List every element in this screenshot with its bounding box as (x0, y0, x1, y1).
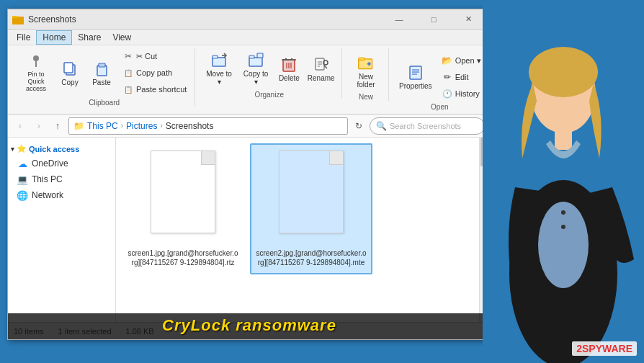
delete-label: Delete (279, 74, 300, 82)
copy-to-icon (247, 51, 264, 68)
move-icon (210, 51, 228, 68)
open-icon: 📂 (442, 55, 453, 66)
history-label: History (455, 89, 480, 98)
sidebar-onedrive[interactable]: ☁ OneDrive (8, 156, 115, 171)
window-controls: — □ ✕ (383, 9, 485, 30)
forward-button[interactable]: › (31, 118, 47, 134)
svg-rect-40 (555, 128, 572, 150)
path-this-pc[interactable]: This PC (87, 121, 118, 131)
file-name-1: screen1.jpg.[grand@horsefucker.org][8471… (128, 248, 238, 267)
properties-button[interactable]: Properties (395, 60, 437, 93)
search-icon: 🔍 (376, 121, 387, 131)
paste-button[interactable]: Paste (86, 57, 117, 89)
search-box[interactable]: 🔍 Search Screenshots (370, 117, 485, 135)
properties-label: Properties (399, 82, 432, 90)
open-small-buttons: 📂 Open ▾ ✏ Edit 🕐 History (438, 53, 485, 102)
close-button[interactable]: ✕ (452, 9, 485, 30)
sidebar-network[interactable]: 🌐 Network (8, 187, 115, 203)
watermark: 2SPYWARE (572, 341, 637, 356)
menu-view[interactable]: View (107, 30, 137, 45)
history-icon: 🕐 (442, 88, 453, 99)
pin-label: Pin to Quick access (22, 71, 50, 93)
svg-point-42 (561, 225, 565, 229)
svg-rect-31 (410, 66, 421, 79)
copy-path-button[interactable]: 📋 Copy path (119, 65, 190, 81)
pin-icon (27, 53, 45, 70)
svg-rect-28 (359, 58, 365, 60)
ribbon-main-row: Pin to Quick access Copy (18, 48, 190, 97)
minimize-button[interactable]: — (383, 9, 416, 30)
cut-button[interactable]: ✂ ✂ Cut (119, 48, 190, 64)
svg-rect-3 (35, 61, 37, 67)
folder-icon-small: 📁 (73, 121, 84, 131)
back-button[interactable]: ‹ (12, 118, 28, 134)
ribbon-clipboard-group: Pin to Quick access Copy (14, 48, 195, 107)
content-area: ▾ ⭐ Quick access ☁ OneDrive 💻 This PC 🌐 … (8, 138, 489, 322)
open-button[interactable]: 📂 Open ▾ (438, 53, 485, 68)
maximize-button[interactable]: □ (417, 9, 450, 30)
history-button[interactable]: 🕐 History (438, 86, 485, 102)
copy-icon (61, 60, 79, 77)
svg-rect-1 (12, 16, 17, 18)
open-row: Properties 📂 Open ▾ ✏ Edit 🕐 History (395, 48, 485, 102)
thispc-icon: 💻 (17, 174, 28, 185)
paste-shortcut-icon: 📋 (122, 84, 134, 95)
sidebar-this-pc[interactable]: 💻 This PC (8, 171, 115, 187)
paste-shortcut-button[interactable]: 📋 Paste shortcut (119, 81, 190, 97)
sidebar-quick-access[interactable]: ▾ ⭐ Quick access (8, 142, 115, 156)
file-icon-1 (147, 151, 219, 244)
menu-home[interactable]: Home (36, 30, 72, 45)
delete-icon (280, 55, 298, 73)
rename-label: Rename (308, 74, 335, 82)
rename-button[interactable]: Rename (305, 53, 337, 85)
open-label: Open ▾ (455, 56, 481, 66)
edit-button[interactable]: ✏ Edit (438, 69, 485, 85)
menu-file[interactable]: File (11, 30, 36, 45)
quick-access-label: Quick access (29, 145, 79, 153)
person-background (483, 0, 644, 363)
svg-point-41 (561, 210, 565, 215)
new-folder-button[interactable]: Newfolder (348, 51, 384, 91)
up-button[interactable]: ↑ (50, 118, 66, 134)
onedrive-label: OneDrive (32, 158, 68, 169)
pin-to-quick-access-button[interactable]: Pin to Quick access (18, 50, 54, 96)
new-folder-icon (357, 54, 375, 71)
menu-share[interactable]: Share (72, 30, 107, 45)
clipboard-small-buttons: ✂ ✂ Cut 📋 Copy path 📋 Paste shortcut (119, 48, 190, 97)
svg-rect-11 (249, 58, 262, 66)
star-icon: ⭐ (17, 144, 27, 153)
move-to-button[interactable]: Move to ▾ (201, 48, 236, 89)
copy-label: Copy (61, 79, 78, 86)
path-pictures[interactable]: Pictures (126, 121, 157, 131)
svg-rect-5 (64, 63, 73, 73)
refresh-button[interactable]: ↻ (351, 118, 367, 134)
window-title: Screenshots (28, 14, 383, 24)
rename-icon (313, 55, 330, 73)
svg-point-2 (33, 55, 39, 61)
thispc-label: This PC (32, 174, 63, 184)
ribbon-new-group: Newfolder New (344, 48, 389, 101)
search-placeholder: Search Screenshots (390, 122, 461, 130)
copy-to-button[interactable]: Copy to ▾ (238, 48, 274, 89)
file-icon-2 (275, 151, 347, 244)
svg-rect-8 (213, 58, 225, 66)
ribbon: Pin to Quick access Copy (8, 45, 489, 115)
ribbon-organize-group: Move to ▾ Copy to ▾ (197, 48, 342, 99)
copy-to-label: Copy to ▾ (243, 70, 269, 86)
file-item-1[interactable]: screen1.jpg.[grand@horsefucker.org][8471… (122, 143, 244, 274)
properties-icon (407, 63, 424, 81)
copy-button[interactable]: Copy (55, 57, 84, 89)
copy-path-icon: 📋 (122, 67, 134, 79)
person-area (483, 0, 644, 363)
address-path[interactable]: 📁 This PC › Pictures › Screenshots (68, 117, 348, 135)
file-item-2[interactable]: screen2.jpg.[grand@horsefucker.org][8471… (250, 143, 372, 274)
clipboard-label: Clipboard (89, 97, 120, 107)
svg-rect-13 (257, 53, 263, 58)
ribbon-open-group: Properties 📂 Open ▾ ✏ Edit 🕐 History (390, 48, 490, 111)
sidebar: ▾ ⭐ Quick access ☁ OneDrive 💻 This PC 🌐 … (8, 138, 116, 322)
path-screenshots: Screenshots (166, 121, 214, 131)
window-icon (12, 14, 24, 25)
person-figure (483, 0, 644, 363)
delete-button[interactable]: Delete (274, 53, 303, 85)
explorer-window: Screenshots — □ ✕ File Home Share View (7, 9, 490, 340)
